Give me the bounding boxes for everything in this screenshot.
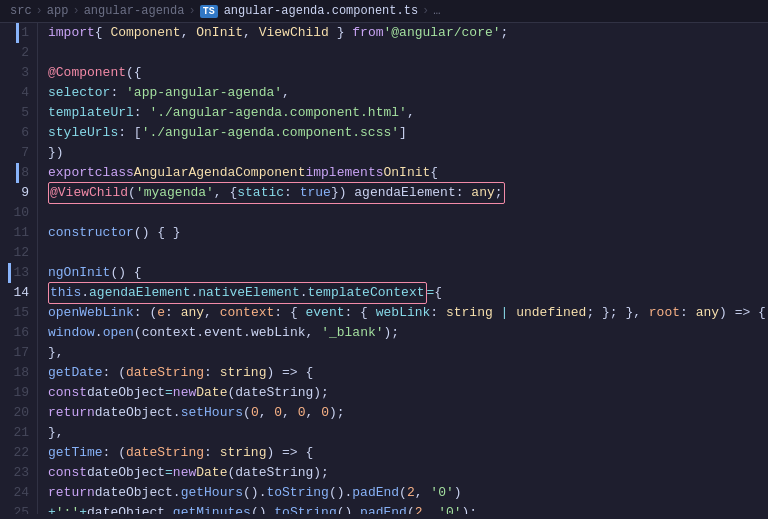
code-line-22: getTime: (dateString: string) => { (48, 443, 768, 463)
code-line-12 (48, 243, 768, 263)
sep1: › (36, 4, 43, 18)
code-line-14: this.agendaElement.nativeElement.templat… (48, 283, 768, 303)
code-line-13: ngOnInit() { (48, 263, 768, 283)
code-line-4: selector: 'app-angular-agenda', (48, 83, 768, 103)
breadcrumb-src[interactable]: src (10, 4, 32, 18)
code-line-19: const dateObject = new Date(dateString); (48, 383, 768, 403)
breadcrumb-bar: src › app › angular-agenda › TS angular-… (0, 0, 768, 23)
code-line-1: import { Component, OnInit, ViewChild } … (48, 23, 768, 43)
ts-badge: TS (200, 5, 218, 18)
code-line-11: constructor() { } (48, 223, 768, 243)
sep2: › (72, 4, 79, 18)
code-line-15: openWebLink: (e: any, context: { event: … (48, 303, 768, 323)
breadcrumb-folder[interactable]: angular-agenda (84, 4, 185, 18)
code-line-5: templateUrl: './angular-agenda.component… (48, 103, 768, 123)
breadcrumb-ellipsis: … (433, 4, 440, 18)
code-line-21: }, (48, 423, 768, 443)
editor: 1234567891011121314151617181920212223242… (0, 23, 768, 514)
line-numbers: 1234567891011121314151617181920212223242… (0, 23, 38, 514)
breadcrumb-filename[interactable]: angular-agenda.component.ts (224, 4, 418, 18)
code-line-2 (48, 43, 768, 63)
code-line-9: @ViewChild('myagenda', {static: true}) a… (48, 183, 768, 203)
code-area[interactable]: import { Component, OnInit, ViewChild } … (38, 23, 768, 514)
code-line-16: window.open(context.event.webLink, '_bla… (48, 323, 768, 343)
code-line-18: getDate: (dateString: string) => { (48, 363, 768, 383)
code-line-8: export class AngularAgendaComponent impl… (48, 163, 768, 183)
breadcrumb-app[interactable]: app (47, 4, 69, 18)
code-line-24: return dateObject.getHours().toString().… (48, 483, 768, 503)
code-line-3: @Component({ (48, 63, 768, 83)
code-line-7: }) (48, 143, 768, 163)
code-line-17: }, (48, 343, 768, 363)
code-line-6: styleUrls: ['./angular-agenda.component.… (48, 123, 768, 143)
code-line-23: const dateObject = new Date(dateString); (48, 463, 768, 483)
code-line-25: + ':' + dateObject.getMinutes().toString… (48, 503, 768, 514)
sep3: › (188, 4, 195, 18)
code-line-20: return dateObject.setHours(0, 0, 0, 0); (48, 403, 768, 423)
sep4: › (422, 4, 429, 18)
code-line-10 (48, 203, 768, 223)
